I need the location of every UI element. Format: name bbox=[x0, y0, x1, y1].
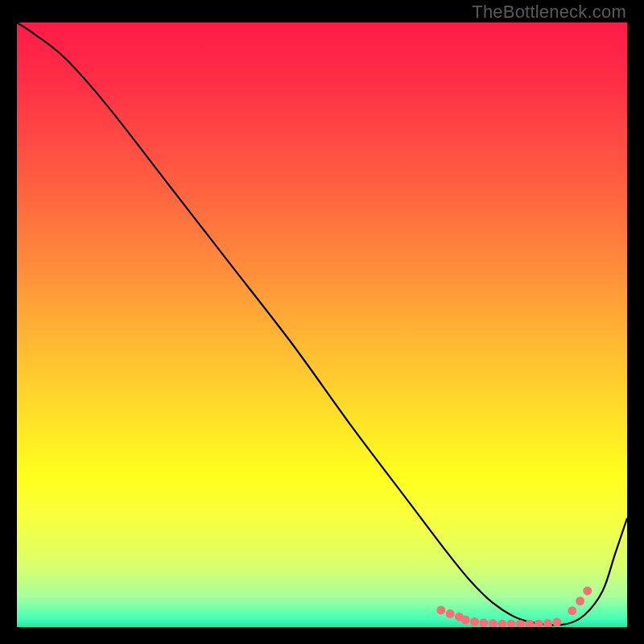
chart-container: TheBottleneck.com bbox=[0, 0, 644, 644]
watermark-source: TheBottleneck.com bbox=[472, 2, 626, 23]
plot-gradient-background bbox=[17, 23, 627, 627]
